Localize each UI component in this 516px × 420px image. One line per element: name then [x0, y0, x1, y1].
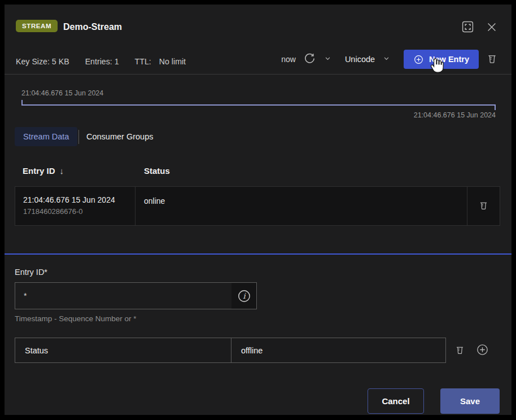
- field-actions: [454, 338, 489, 363]
- key-meta-row: Key Size: 5 KB Entries: 1 TTL: No limit: [16, 51, 186, 72]
- trash-icon: [478, 200, 489, 212]
- new-entry-section-divider: [5, 253, 511, 255]
- timeline-range-bar[interactable]: [21, 104, 496, 106]
- timeline-end-label: 21:04:46.676 15 Jun 2024: [414, 111, 496, 119]
- timeline-start-label: 21:04:46.676 15 Jun 2024: [21, 89, 103, 97]
- encoding-selected-value[interactable]: Unicode: [345, 55, 375, 64]
- entries-count-label: Entries: 1: [85, 57, 119, 66]
- close-button[interactable]: [486, 21, 498, 35]
- chevron-down-icon: [382, 54, 391, 64]
- add-field-button[interactable]: [476, 343, 489, 358]
- encoding-dropdown[interactable]: [382, 54, 391, 64]
- entry-id-cell: 21:04:46.676 15 Jun 2024 1718460286676-0: [15, 187, 135, 225]
- timeline-start-handle[interactable]: [21, 100, 23, 106]
- plus-circle-icon: [413, 54, 424, 65]
- column-header-entry-id[interactable]: Entry ID ↓: [23, 166, 64, 176]
- refresh-button[interactable]: [303, 52, 316, 67]
- toolbar: now Unicode: [281, 47, 498, 72]
- remove-field-button[interactable]: [454, 344, 465, 357]
- tab-separator: [78, 130, 79, 144]
- entry-id-hint: Timestamp - Sequence Number or *: [15, 314, 137, 323]
- entry-id-field: i: [15, 282, 257, 309]
- new-entry-label: New Entry: [429, 55, 469, 64]
- key-name-title: Demo-Stream: [63, 22, 122, 32]
- column-header-status: Status: [144, 166, 170, 176]
- save-button[interactable]: Save: [440, 388, 500, 414]
- close-icon: [486, 21, 498, 35]
- last-refresh-label: now: [281, 55, 296, 64]
- fullscreen-icon: [461, 20, 474, 35]
- tab-stream-data[interactable]: Stream Data: [15, 127, 77, 146]
- tab-consumer-groups[interactable]: Consumer Groups: [86, 132, 153, 141]
- fullscreen-button[interactable]: [461, 20, 474, 35]
- entry-id-value: 1718460286676-0: [23, 207, 135, 216]
- cancel-button[interactable]: Cancel: [368, 388, 424, 414]
- new-entry-fields-row: [15, 338, 446, 363]
- entry-actions-cell: [467, 187, 500, 225]
- delete-key-button[interactable]: [486, 53, 498, 66]
- svg-text:i: i: [243, 291, 246, 300]
- sort-desc-icon: ↓: [60, 166, 64, 176]
- auto-refresh-dropdown[interactable]: [323, 54, 332, 64]
- key-details-panel: STREAM Demo-Stream Key: [5, 5, 511, 415]
- refresh-icon: [303, 52, 316, 67]
- trash-icon: [454, 344, 465, 357]
- info-icon[interactable]: i: [231, 283, 256, 309]
- trash-icon: [486, 53, 498, 66]
- entry-id-input[interactable]: [15, 283, 231, 309]
- field-value-input[interactable]: [231, 338, 446, 363]
- header-divider: [5, 74, 511, 75]
- plus-circle-icon: [476, 343, 489, 358]
- entry-id-field-label: Entry ID*: [15, 268, 47, 277]
- entry-status-cell: online: [135, 187, 467, 225]
- chevron-down-icon: [323, 54, 332, 64]
- ttl-value[interactable]: No limit: [159, 57, 186, 66]
- stream-entry-row[interactable]: 21:04:46.676 15 Jun 2024 1718460286676-0…: [15, 186, 500, 226]
- key-type-badge: STREAM: [16, 20, 58, 32]
- timeline-end-handle[interactable]: [495, 104, 496, 110]
- field-name-input[interactable]: [15, 338, 231, 363]
- key-size-label: Key Size: 5 KB: [16, 57, 69, 66]
- ttl-label: TTL:: [135, 57, 151, 66]
- new-entry-button[interactable]: New Entry: [404, 50, 479, 69]
- entry-timestamp: 21:04:46.676 15 Jun 2024: [23, 195, 135, 204]
- delete-entry-button[interactable]: [478, 200, 489, 212]
- stream-key-details-modal: STREAM Demo-Stream Key: [0, 0, 516, 420]
